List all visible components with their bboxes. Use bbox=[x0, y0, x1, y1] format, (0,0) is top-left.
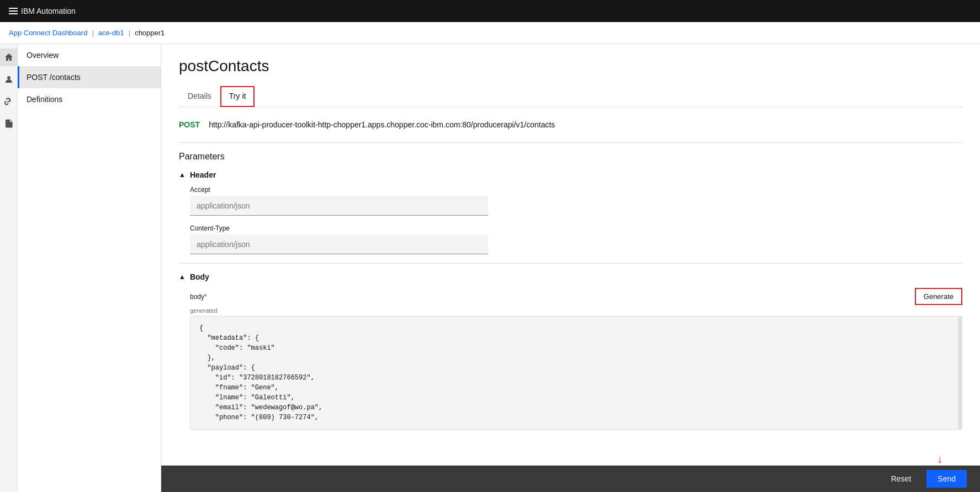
document-icon-btn[interactable] bbox=[0, 115, 18, 132]
nav-item-post-contacts[interactable]: POST /contacts bbox=[18, 66, 161, 88]
hamburger-menu[interactable] bbox=[9, 8, 18, 14]
tab-details[interactable]: Details bbox=[179, 86, 220, 107]
parameters-heading: Parameters bbox=[179, 152, 962, 162]
breadcrumb-chopper1: chopper1 bbox=[135, 29, 165, 37]
accept-field-group: Accept bbox=[179, 186, 962, 216]
divider-1 bbox=[179, 142, 962, 143]
accept-input[interactable] bbox=[190, 196, 488, 216]
person-icon bbox=[4, 75, 13, 84]
svg-point-0 bbox=[7, 76, 10, 79]
breadcrumb-ace-db1[interactable]: ace-db1 bbox=[98, 29, 124, 37]
breadcrumb-dashboard[interactable]: App Connect Dashboard bbox=[9, 29, 87, 37]
chevron-up-icon: ▲ bbox=[179, 171, 186, 179]
top-nav-bar: IBM Automation bbox=[0, 0, 980, 22]
link-icon-btn[interactable] bbox=[0, 93, 18, 110]
code-scrollbar[interactable] bbox=[958, 316, 962, 430]
person-icon-btn[interactable] bbox=[0, 71, 18, 88]
home-icon-btn[interactable] bbox=[0, 49, 18, 66]
breadcrumb-bar: App Connect Dashboard | ace-db1 | choppe… bbox=[0, 22, 980, 44]
svg-rect-1 bbox=[7, 124, 10, 124]
nav-item-definitions[interactable]: Definitions bbox=[18, 88, 161, 110]
body-field-label: body* bbox=[190, 293, 207, 301]
main-layout: Overview POST /contacts Definitions post… bbox=[0, 44, 980, 492]
body-section-title: Body bbox=[190, 272, 209, 281]
svg-rect-3 bbox=[7, 126, 9, 126]
content-type-input[interactable] bbox=[190, 234, 488, 254]
logo-area: IBM Automation bbox=[9, 7, 76, 15]
content-area: postContacts Details Try it POST http://… bbox=[161, 44, 980, 492]
method-label: POST bbox=[179, 120, 200, 129]
page-title: postContacts bbox=[179, 57, 962, 75]
document-icon bbox=[4, 119, 13, 128]
tabs-bar: Details Try it bbox=[179, 86, 962, 107]
content-type-label: Content-Type bbox=[190, 224, 962, 232]
nav-panel: Overview POST /contacts Definitions bbox=[18, 44, 161, 492]
reset-button[interactable]: Reset bbox=[880, 470, 923, 488]
home-icon bbox=[4, 53, 13, 62]
divider-2 bbox=[179, 263, 962, 264]
code-editor[interactable]: { "metadata": { "code": "maski" }, "payl… bbox=[190, 316, 962, 430]
body-field-header: body* Generate bbox=[179, 288, 962, 305]
body-collapsible: ▲ Body body* Generate generated { "metad… bbox=[179, 272, 962, 430]
code-editor-container: { "metadata": { "code": "maski" }, "payl… bbox=[190, 316, 962, 430]
api-url: http://kafka-api-producer-toolkit-http-c… bbox=[209, 120, 555, 129]
body-collapsible-header[interactable]: ▲ Body bbox=[179, 272, 962, 281]
method-url-row: POST http://kafka-api-producer-toolkit-h… bbox=[179, 120, 962, 129]
breadcrumb-sep1: | bbox=[92, 29, 93, 37]
content-type-field-group: Content-Type bbox=[179, 224, 962, 254]
link-icon bbox=[4, 97, 13, 106]
required-asterisk: * bbox=[204, 293, 207, 301]
send-button[interactable]: Send bbox=[926, 470, 967, 488]
header-section-title: Header bbox=[190, 170, 216, 179]
header-collapsible-header[interactable]: ▲ Header bbox=[179, 170, 962, 179]
bottom-action-bar: Reset Send bbox=[161, 466, 980, 492]
generate-button[interactable]: Generate bbox=[915, 288, 962, 305]
body-chevron-up-icon: ▲ bbox=[179, 273, 186, 281]
generated-label: generated bbox=[179, 307, 962, 314]
tab-try-it[interactable]: Try it bbox=[220, 86, 255, 107]
header-collapsible: ▲ Header Accept Content-Type bbox=[179, 170, 962, 254]
accept-label: Accept bbox=[190, 186, 962, 194]
breadcrumb-sep2: | bbox=[129, 29, 130, 37]
svg-rect-2 bbox=[7, 125, 10, 125]
arrow-indicator: ↓ bbox=[937, 453, 942, 466]
icon-sidebar bbox=[0, 44, 18, 492]
nav-item-overview[interactable]: Overview bbox=[18, 44, 161, 66]
app-title: IBM Automation bbox=[21, 7, 76, 15]
